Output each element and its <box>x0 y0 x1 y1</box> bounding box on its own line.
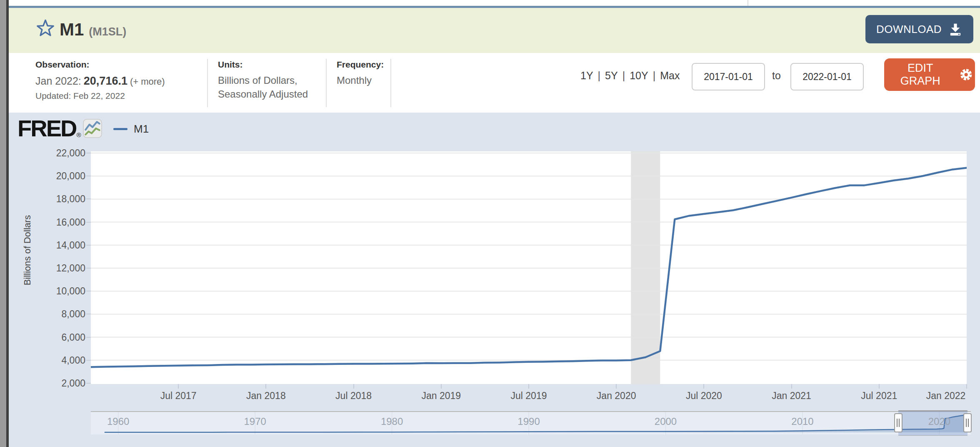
mini-timeline-decade-label: 1960 <box>98 416 139 427</box>
gridlines <box>91 153 967 360</box>
x-axis-tick-mark <box>791 384 792 389</box>
legend: M1 <box>113 123 149 136</box>
y-axis-tick-mark <box>86 291 91 291</box>
y-axis-tick-label: 14,000 <box>34 239 85 251</box>
y-axis-tick-mark <box>86 198 91 199</box>
download-icon <box>948 22 962 36</box>
divider <box>207 59 208 107</box>
y-axis-tick-mark <box>86 245 91 246</box>
y-axis-tick-label: 20,000 <box>34 170 85 182</box>
y-axis-tick-label: 12,000 <box>34 262 85 274</box>
chart-area: FRED ® M1 Billions of Dollars 2,0004,000… <box>9 113 980 447</box>
x-axis-tick-mark <box>353 384 354 389</box>
legend-line-sample <box>113 128 128 130</box>
preset-separator: | <box>593 70 605 81</box>
observation-block: Observation: Jan 2022:20,716.1(+ more) U… <box>35 60 165 101</box>
frequency-value: Monthly <box>337 73 384 87</box>
y-axis-tick-mark <box>86 176 91 176</box>
preset-5y[interactable]: 5Y <box>605 70 618 81</box>
date-range-to-label: to <box>772 70 781 82</box>
download-button[interactable]: DOWNLOAD <box>865 15 973 43</box>
x-axis-tick-mark <box>966 384 967 389</box>
mini-timeline-decade-label: 2010 <box>782 416 823 427</box>
x-axis-tick-label: Jan 2018 <box>228 390 303 402</box>
preset-1y[interactable]: 1Y <box>580 70 593 81</box>
y-axis-tick-label: 16,000 <box>34 216 85 228</box>
units-block: Units: Billions of Dollars, Seasonally A… <box>218 60 308 101</box>
series-id: (M1SL) <box>89 25 126 38</box>
preset-separator: | <box>618 70 630 81</box>
range-handle-right[interactable] <box>963 413 972 432</box>
y-axis-tick-label: 6,000 <box>34 331 85 343</box>
divider <box>390 59 391 107</box>
y-axis-tick-mark <box>86 337 91 338</box>
x-axis-tick-mark <box>178 384 179 389</box>
preset-10y[interactable]: 10Y <box>630 70 648 81</box>
x-axis-tick-label: Jul 2019 <box>491 390 566 402</box>
mini-timeline-decade-label: 1990 <box>508 416 550 427</box>
units-line1: Billions of Dollars, <box>218 73 308 87</box>
preset-max[interactable]: Max <box>660 70 680 81</box>
download-label: DOWNLOAD <box>876 23 942 36</box>
x-axis-tick-mark <box>616 384 617 389</box>
x-axis-tick-label: Jan 2021 <box>754 390 829 402</box>
preset-separator: | <box>648 70 660 81</box>
mini-timeline-decade-label: 2000 <box>645 416 687 427</box>
x-axis-tick-mark <box>528 384 529 389</box>
legend-series-label: M1 <box>134 123 149 136</box>
gear-icon <box>960 68 972 81</box>
frequency-block: Frequency: Monthly <box>337 60 384 87</box>
y-axis-title: Billions of Dollars <box>22 215 33 286</box>
page-title: M1(M1SL) <box>60 17 126 44</box>
plot-area[interactable] <box>91 151 967 384</box>
fred-graph-page: M1(M1SL) DOWNLOAD Observation: Jan 2022:… <box>0 0 980 447</box>
frequency-label: Frequency: <box>337 60 384 70</box>
y-axis-tick-label: 10,000 <box>34 285 85 297</box>
x-axis-tick-label: Jan 2019 <box>404 390 479 402</box>
y-axis-tick-mark <box>86 153 91 153</box>
registered-mark: ® <box>76 131 81 138</box>
units-label: Units: <box>218 60 308 70</box>
y-axis-tick-label: 22,000 <box>34 147 85 159</box>
more-observations-link[interactable]: (+ more) <box>130 76 165 87</box>
top-strip <box>9 0 980 6</box>
fred-wordmark: FRED <box>18 117 76 140</box>
y-axis-tick-label: 4,000 <box>34 354 85 366</box>
mini-timeline-decade-label: 1970 <box>234 416 276 427</box>
units-line2: Seasonally Adjusted <box>218 87 308 101</box>
meta-bar: Observation: Jan 2022:20,716.1(+ more) U… <box>9 53 980 113</box>
y-axis-tick-label: 18,000 <box>34 193 85 205</box>
x-axis-tick-label: Jul 2017 <box>141 390 216 402</box>
y-axis-tick-mark <box>86 314 91 314</box>
edit-graph-label: EDIT GRAPH <box>887 62 954 88</box>
star-icon <box>36 19 55 38</box>
y-axis-tick-mark <box>86 383 91 384</box>
observation-value: 20,716.1 <box>84 75 128 87</box>
updated-date: Updated: Feb 22, 2022 <box>35 91 165 101</box>
favorite-star-button[interactable] <box>35 19 55 39</box>
series-header: M1(M1SL) DOWNLOAD <box>9 8 980 53</box>
fred-logo-icon <box>83 119 102 138</box>
end-date-input[interactable] <box>790 63 864 90</box>
x-axis-tick-label: Jan 2020 <box>579 390 654 402</box>
observation-date: Jan 2022: <box>35 75 81 87</box>
fred-logo[interactable]: FRED ® <box>18 117 102 140</box>
mini-timeline-decade-label: 2020 <box>918 416 960 427</box>
observation-line: Jan 2022:20,716.1(+ more) <box>35 73 165 89</box>
y-axis-tick-label: 2,000 <box>34 377 85 389</box>
x-axis-tick-label: Jan 2022 <box>908 390 980 402</box>
x-axis-tick-mark <box>879 384 880 389</box>
observation-label: Observation: <box>35 60 165 70</box>
zoom-presets: 1Y|5Y|10Y|Max <box>580 70 680 82</box>
y-axis-tick-mark <box>86 268 91 269</box>
range-handle-left[interactable] <box>894 413 902 432</box>
x-axis-tick-mark <box>703 384 704 389</box>
scrollbar-track[interactable] <box>0 0 6 447</box>
x-axis-tick-mark <box>441 384 442 389</box>
y-axis-tick-label: 8,000 <box>34 308 85 320</box>
series-name: M1 <box>60 20 84 39</box>
start-date-input[interactable] <box>692 63 765 90</box>
edit-graph-button[interactable]: EDIT GRAPH <box>884 58 975 91</box>
y-axis-tick-mark <box>86 222 91 223</box>
x-axis-tick-label: Jul 2021 <box>842 390 917 402</box>
